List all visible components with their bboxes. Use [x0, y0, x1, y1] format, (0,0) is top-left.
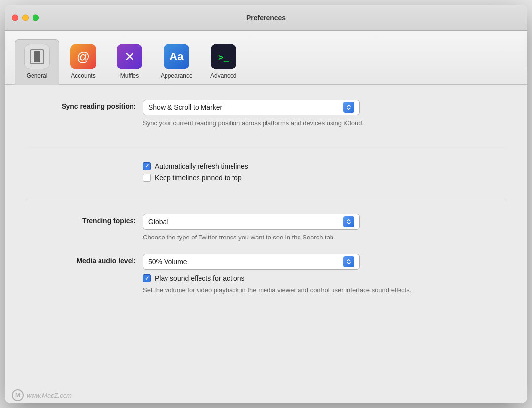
tab-general-label: General	[27, 72, 48, 79]
settings-content: Sync reading position: Show & Scroll to …	[5, 85, 527, 403]
trending-description: Choose the type of Twitter trends you wa…	[143, 233, 419, 242]
media-audio-label: Media audio level:	[25, 254, 143, 265]
keep-pinned-checkbox-row[interactable]: Keep timelines pinned to top	[143, 174, 248, 182]
watermark-logo: M	[12, 389, 24, 401]
general-icon	[24, 44, 50, 69]
chevron-updown-icon	[346, 104, 352, 110]
sync-reading-arrow	[343, 102, 354, 113]
tab-accounts-label: Accounts	[71, 72, 95, 79]
play-sound-label: Play sound effects for actions	[155, 274, 245, 282]
checkboxes-row: Automatically refresh timelines Keep tim…	[25, 160, 507, 182]
titlebar: Preferences	[5, 5, 527, 31]
muffles-icon: ✕	[117, 44, 142, 69]
tab-accounts[interactable]: @ Accounts	[61, 40, 105, 84]
advanced-icon: >_	[211, 44, 236, 69]
play-sound-description: Set the volume for video playback in the…	[143, 285, 419, 295]
toolbar: General @ Accounts ✕ Muffles Aa Appearan…	[5, 31, 527, 85]
tab-muffles-label: Muffles	[120, 72, 139, 79]
general-icon-half	[34, 51, 40, 62]
play-sound-checkbox-row[interactable]: Play sound effects for actions	[143, 274, 507, 282]
preferences-window: Preferences General @ Accounts ✕ Muffles	[5, 5, 527, 403]
sync-reading-description: Sync your current reading position acros…	[143, 118, 419, 128]
trending-label: Trending topics:	[25, 214, 143, 225]
auto-refresh-label: Automatically refresh timelines	[155, 162, 248, 170]
appearance-icon: Aa	[164, 44, 189, 69]
keep-pinned-checkbox[interactable]	[143, 174, 151, 182]
tab-advanced-label: Advanced	[210, 72, 236, 79]
trending-section: Trending topics: Global Choose the type …	[25, 214, 507, 313]
general-icon-inner	[30, 49, 44, 64]
tab-appearance[interactable]: Aa Appearance	[154, 40, 200, 84]
chevron-updown-icon-2	[346, 219, 352, 225]
checkboxes-section: Automatically refresh timelines Keep tim…	[25, 160, 507, 200]
close-button[interactable]	[12, 14, 18, 21]
advanced-icon-symbol: >_	[218, 52, 229, 62]
trending-value: Global	[148, 218, 343, 226]
watermark-text: www.MacZ.com	[27, 392, 72, 399]
media-audio-dropdown[interactable]: 50% Volume	[143, 254, 360, 270]
auto-refresh-checkbox-row[interactable]: Automatically refresh timelines	[143, 162, 248, 170]
chevron-updown-icon-3	[346, 259, 352, 265]
media-audio-arrow	[343, 256, 354, 267]
tab-general[interactable]: General	[15, 39, 59, 85]
sync-reading-control: Show & Scroll to Marker Sync your curren…	[143, 100, 507, 128]
sync-reading-row: Sync reading position: Show & Scroll to …	[25, 100, 507, 128]
tab-advanced[interactable]: >_ Advanced	[201, 40, 246, 84]
play-sound-checkbox[interactable]	[143, 274, 151, 282]
window-title: Preferences	[246, 14, 286, 22]
watermark: M www.MacZ.com	[12, 389, 72, 401]
sync-reading-value: Show & Scroll to Marker	[148, 103, 343, 111]
play-sound-container: Play sound effects for actions Set the v…	[143, 274, 507, 295]
accounts-icon: @	[70, 44, 96, 69]
checkboxes-container: Automatically refresh timelines Keep tim…	[143, 160, 248, 182]
trending-arrow	[343, 216, 354, 227]
accounts-icon-symbol: @	[77, 49, 90, 65]
maximize-button[interactable]	[33, 14, 39, 21]
tab-appearance-label: Appearance	[161, 72, 193, 79]
sync-reading-label: Sync reading position:	[25, 100, 143, 110]
appearance-icon-symbol: Aa	[169, 50, 183, 63]
media-audio-value: 50% Volume	[148, 258, 343, 266]
trending-control: Global Choose the type of Twitter trends…	[143, 214, 507, 242]
trending-dropdown[interactable]: Global	[143, 214, 360, 230]
media-audio-row: Media audio level: 50% Volume	[25, 254, 507, 295]
minimize-button[interactable]	[22, 14, 29, 21]
keep-pinned-label: Keep timelines pinned to top	[155, 174, 242, 182]
tab-muffles[interactable]: ✕ Muffles	[107, 40, 152, 84]
trending-row: Trending topics: Global Choose the type …	[25, 214, 507, 242]
auto-refresh-checkbox[interactable]	[143, 162, 151, 170]
sync-reading-section: Sync reading position: Show & Scroll to …	[25, 100, 507, 146]
muffles-icon-symbol: ✕	[124, 49, 135, 65]
media-audio-control: 50% Volume Play sound effects for action…	[143, 254, 507, 295]
traffic-lights	[12, 14, 39, 21]
sync-reading-dropdown[interactable]: Show & Scroll to Marker	[143, 100, 360, 115]
